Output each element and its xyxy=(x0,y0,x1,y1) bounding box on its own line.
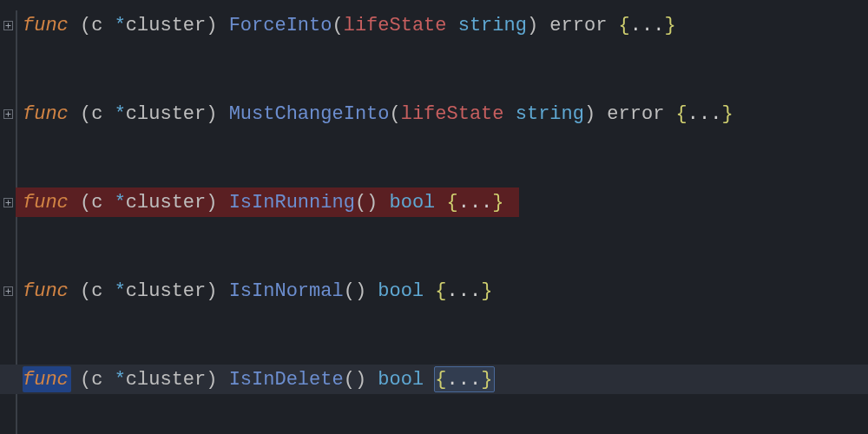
code-line[interactable]: func (c *cluster) ForceInto(lifeState st… xyxy=(0,10,868,40)
indent-guide xyxy=(16,217,17,247)
indent-guide xyxy=(16,10,17,40)
token-fold: ... xyxy=(447,280,482,302)
token-type: c xyxy=(91,280,114,302)
indent-guide xyxy=(16,69,17,99)
indent-guide xyxy=(16,335,17,365)
token-brace: { xyxy=(619,15,630,36)
token-paren: () xyxy=(355,192,390,214)
token-paren: ) xyxy=(206,192,228,214)
token-brace: } xyxy=(492,192,503,214)
token-keyword: func xyxy=(23,280,80,302)
token-type: c xyxy=(91,369,114,391)
token-paren: () xyxy=(344,280,378,302)
token-ptr: * xyxy=(115,280,126,302)
indent-guide xyxy=(16,40,17,69)
token-prim: bool xyxy=(390,192,447,214)
token-type: error xyxy=(549,15,618,36)
code-line[interactable]: func (c *cluster) IsInRunning() bool {..… xyxy=(0,187,868,217)
token-keyword: func xyxy=(23,15,80,36)
token-ptr: * xyxy=(115,192,126,214)
indent-guide xyxy=(16,99,17,128)
token-paren: ) xyxy=(206,369,228,391)
code-content[interactable]: func (c *cluster) IsInDelete() bool {...… xyxy=(23,369,492,391)
code-line[interactable] xyxy=(0,335,868,365)
token-type: cluster xyxy=(126,280,206,302)
gutter xyxy=(0,286,16,296)
token-brace: } xyxy=(664,15,675,36)
token-fold: ... xyxy=(630,15,665,36)
token-brace: { xyxy=(676,103,687,125)
code-line[interactable] xyxy=(0,128,868,158)
token-func: ForceInto xyxy=(229,15,332,36)
token-paren: ( xyxy=(80,280,91,302)
fold-expand-icon[interactable] xyxy=(3,20,13,30)
indent-guide xyxy=(16,394,17,424)
token-type: c xyxy=(91,192,114,214)
token-func: IsInRunning xyxy=(229,192,355,214)
token-brace: { xyxy=(435,369,446,391)
gutter xyxy=(0,20,16,30)
token-paren: ( xyxy=(80,15,91,36)
token-paren: ) xyxy=(584,103,607,125)
code-line[interactable] xyxy=(0,306,868,335)
indent-guide xyxy=(16,128,17,158)
token-paren: () xyxy=(344,369,378,391)
token-ptr: * xyxy=(115,369,126,391)
token-brace: } xyxy=(481,280,492,302)
code-line[interactable]: func (c *cluster) IsInNormal() bool {...… xyxy=(0,276,868,306)
code-content[interactable]: func (c *cluster) IsInNormal() bool {...… xyxy=(23,280,492,302)
token-paren: ) xyxy=(527,15,549,36)
token-fold: ... xyxy=(458,192,493,214)
fold-expand-icon[interactable] xyxy=(3,108,13,119)
indent-guide xyxy=(16,247,17,276)
token-prim: bool xyxy=(378,280,435,302)
token-fold: ... xyxy=(687,103,722,125)
code-content[interactable]: func (c *cluster) ForceInto(lifeState st… xyxy=(23,15,676,36)
token-prim: string xyxy=(516,103,584,125)
code-line[interactable] xyxy=(0,40,868,69)
token-paren: ( xyxy=(332,15,343,36)
gutter xyxy=(0,197,16,207)
fold-expand-icon[interactable] xyxy=(3,197,13,207)
token-fold: ... xyxy=(447,369,482,391)
token-paren: ) xyxy=(206,280,228,302)
token-type: c xyxy=(91,15,114,36)
token-keyword: func xyxy=(23,103,80,125)
token-type: cluster xyxy=(126,369,206,391)
token-type: c xyxy=(91,103,114,125)
token-ptr: * xyxy=(115,15,126,36)
token-prim: bool xyxy=(378,369,435,391)
token-keyword: func xyxy=(23,369,80,391)
token-paren: ) xyxy=(206,15,228,36)
code-content[interactable]: func (c *cluster) IsInRunning() bool {..… xyxy=(23,192,504,214)
token-keyword: func xyxy=(23,192,80,214)
code-line[interactable] xyxy=(0,217,868,247)
indent-guide xyxy=(16,306,17,335)
code-line[interactable]: func (c *cluster) IsInDelete() bool {...… xyxy=(0,365,868,394)
token-paren: ( xyxy=(80,192,91,214)
code-editor[interactable]: func (c *cluster) ForceInto(lifeState st… xyxy=(0,0,868,434)
token-param: lifeState xyxy=(344,15,458,36)
fold-expand-icon[interactable] xyxy=(3,286,13,296)
code-line[interactable] xyxy=(0,69,868,99)
token-brace: { xyxy=(435,280,446,302)
code-line[interactable] xyxy=(0,158,868,187)
token-paren: ( xyxy=(390,103,401,125)
token-paren: ( xyxy=(80,103,91,125)
token-func: IsInDelete xyxy=(229,369,344,391)
token-type: cluster xyxy=(126,192,206,214)
code-line[interactable]: func (c *cluster) MustChangeInto(lifeSta… xyxy=(0,99,868,128)
token-func: IsInNormal xyxy=(229,280,344,302)
token-type: error xyxy=(607,103,675,125)
token-prim: string xyxy=(458,15,527,36)
code-content[interactable]: func (c *cluster) MustChangeInto(lifeSta… xyxy=(23,103,733,125)
code-line[interactable] xyxy=(0,247,868,276)
token-func: MustChangeInto xyxy=(229,103,390,125)
token-brace: } xyxy=(721,103,733,125)
token-brace: { xyxy=(447,192,458,214)
code-line[interactable] xyxy=(0,424,868,434)
token-type: cluster xyxy=(126,15,206,36)
code-line[interactable] xyxy=(0,394,868,424)
token-param: lifeState xyxy=(401,103,516,125)
indent-guide xyxy=(16,276,17,306)
